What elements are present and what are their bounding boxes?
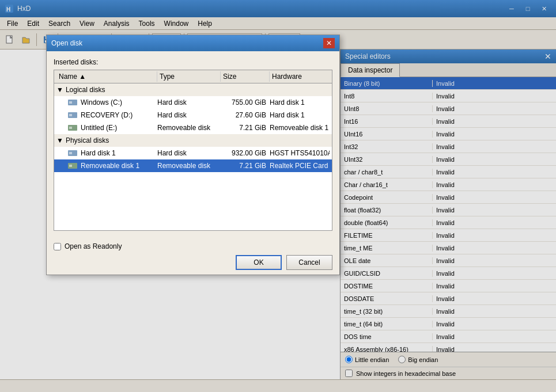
disk-icon-e (68, 124, 77, 132)
dialog-titlebar: Open disk ✕ (47, 35, 339, 51)
open-readonly-checkbox[interactable] (54, 243, 61, 250)
col-header-hardware[interactable]: Hardware (270, 71, 330, 82)
collapse-physical-icon[interactable]: ▼ (56, 136, 63, 144)
ok-button[interactable]: OK (236, 255, 282, 270)
logical-disks-label: Logical disks (66, 86, 105, 94)
tree-header: Name ▲ Type Size Hardware (54, 70, 332, 83)
logical-disks-group: ▼ Logical disks (54, 83, 332, 96)
svg-rect-15 (69, 127, 72, 129)
svg-rect-13 (69, 114, 72, 116)
dialog-overlay: Open disk ✕ Inserted disks: Name ▲ Type … (0, 0, 556, 392)
disk-icon-d (68, 111, 77, 119)
open-readonly-label: Open as Readonly (65, 242, 122, 250)
disk-tree[interactable]: Name ▲ Type Size Hardware ▼ Logical disk… (54, 70, 332, 231)
disk-icon-hd1 (68, 149, 77, 157)
inserted-disks-label: Inserted disks: (54, 58, 332, 66)
disk-row-removeable-disk-1[interactable]: Removeable disk 1 Removeable disk 7.21 G… (54, 159, 332, 172)
disk-icon-c (68, 98, 77, 106)
disk-icon-rd1 (68, 162, 77, 170)
col-header-type[interactable]: Type (157, 71, 221, 82)
svg-rect-17 (69, 152, 72, 154)
dialog-title: Open disk (51, 39, 82, 47)
disk-row-recovery-d[interactable]: RECOVERY (D:) Hard disk 27.60 GiB Hard d… (54, 109, 332, 121)
open-disk-dialog: Open disk ✕ Inserted disks: Name ▲ Type … (46, 35, 340, 275)
svg-rect-19 (69, 165, 72, 167)
disk-row-hard-disk-1[interactable]: Hard disk 1 Hard disk 932.00 GiB HGST HT… (54, 147, 332, 159)
dialog-buttons: OK Cancel (54, 255, 332, 270)
cancel-button[interactable]: Cancel (286, 255, 332, 270)
svg-rect-11 (69, 101, 72, 104)
dialog-content: Inserted disks: Name ▲ Type Size Hardwar… (47, 51, 339, 238)
disk-row-windows-c[interactable]: Windows (C:) Hard disk 755.00 GiB Hard d… (54, 96, 332, 109)
col-header-name[interactable]: Name ▲ (56, 71, 157, 82)
disk-row-untitled-e[interactable]: Untitled (E:) Removeable disk 7.21 GiB R… (54, 121, 332, 134)
dialog-bottom: Open as Readonly OK Cancel (47, 238, 339, 275)
physical-disks-group: ▼ Physical disks (54, 134, 332, 147)
dialog-checkbox-row: Open as Readonly (54, 242, 332, 250)
col-header-size[interactable]: Size (221, 71, 270, 82)
physical-disks-label: Physical disks (66, 136, 109, 144)
collapse-logical-icon[interactable]: ▼ (56, 86, 63, 94)
dialog-close-button[interactable]: ✕ (323, 38, 335, 48)
